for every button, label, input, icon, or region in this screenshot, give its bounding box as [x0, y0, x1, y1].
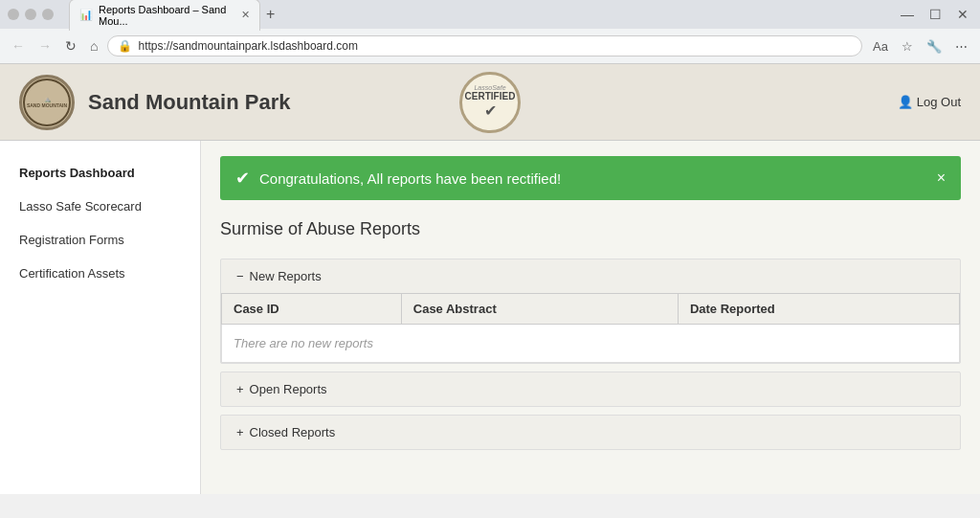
new-tab-button[interactable]: +: [260, 4, 280, 25]
tab-close-button[interactable]: ✕: [241, 9, 250, 21]
forward-button[interactable]: →: [34, 36, 56, 56]
browser-actions: Aa ☆ 🔧 ⋯: [868, 36, 972, 56]
org-logo: ⛰️ SAND MOUNTAIN: [19, 75, 75, 130]
extensions-button[interactable]: 🔧: [922, 36, 947, 56]
close-button[interactable]: [42, 9, 54, 20]
open-reports-label: Open Reports: [250, 382, 327, 396]
tab-favicon: 📊: [79, 9, 93, 21]
open-reports-toggle: +: [236, 382, 244, 396]
lasso-safe-badge: LassoSafe CERTIFIED ✔: [459, 72, 521, 133]
logout-button[interactable]: 👤 Log Out: [898, 95, 961, 109]
back-button[interactable]: ←: [8, 36, 29, 56]
window-restore-button[interactable]: ☐: [925, 5, 946, 24]
address-bar-row: ← → ↻ ⌂ 🔒 https://sandmountainpark.lsdas…: [0, 29, 980, 63]
user-icon: 👤: [898, 95, 913, 109]
sidebar-item-label: Registration Forms: [19, 233, 124, 247]
lock-icon: 🔒: [118, 39, 132, 53]
content-area: ✔ Congratulations, All reports have been…: [201, 141, 980, 494]
org-name: Sand Mountain Park: [88, 90, 290, 115]
new-reports-header[interactable]: − New Reports: [221, 259, 960, 293]
browser-tab[interactable]: 📊 Reports Dashboard – Sand Mou... ✕: [69, 0, 260, 31]
sidebar-item-registration[interactable]: Registration Forms: [0, 223, 200, 257]
col-date-reported: Date Reported: [678, 294, 959, 325]
settings-button[interactable]: ⋯: [950, 36, 972, 56]
reports-table: Case ID Case Abstract Date Reported Ther…: [221, 293, 960, 363]
window-close-button[interactable]: ✕: [953, 5, 972, 24]
new-reports-body: Case ID Case Abstract Date Reported Ther…: [221, 293, 960, 363]
new-reports-toggle: −: [236, 269, 244, 283]
new-reports-label: New Reports: [250, 269, 322, 283]
new-reports-section: − New Reports Case ID Case Abstract Date…: [220, 259, 961, 364]
notification-close-button[interactable]: ×: [937, 170, 946, 186]
closed-reports-header[interactable]: + Closed Reports: [221, 416, 960, 449]
header-center: LassoSafe CERTIFIED ✔: [459, 72, 521, 133]
table-header-row: Case ID Case Abstract Date Reported: [222, 294, 960, 325]
closed-reports-label: Closed Reports: [250, 425, 336, 439]
page-title: Surmise of Abuse Reports: [220, 219, 961, 239]
logo-inner: ⛰️ SAND MOUNTAIN: [23, 79, 71, 126]
sidebar-item-lasso-safe[interactable]: Lasso Safe Scorecard: [0, 190, 200, 223]
bookmark-button[interactable]: ☆: [897, 36, 918, 56]
logout-label: Log Out: [917, 95, 961, 109]
home-button[interactable]: ⌂: [86, 36, 101, 56]
sidebar-item-reports-dashboard[interactable]: Reports Dashboard: [0, 156, 200, 190]
table-row: There are no new reports: [222, 325, 960, 363]
col-case-abstract: Case Abstract: [401, 294, 678, 325]
browser-titlebar: 📊 Reports Dashboard – Sand Mou... ✕ + — …: [0, 0, 980, 29]
notification-text: ✔ Congratulations, All reports have been…: [235, 168, 561, 189]
header-right: 👤 Log Out: [898, 95, 961, 109]
app-header: ⛰️ SAND MOUNTAIN Sand Mountain Park Lass…: [0, 64, 980, 141]
notification-banner: ✔ Congratulations, All reports have been…: [220, 156, 961, 200]
window-minimize-button[interactable]: —: [897, 5, 918, 24]
address-bar[interactable]: 🔒 https://sandmountainpark.lsdashboard.c…: [107, 35, 862, 56]
browser-chrome: 📊 Reports Dashboard – Sand Mou... ✕ + — …: [0, 0, 980, 64]
open-reports-header[interactable]: + Open Reports: [221, 372, 960, 406]
notification-message: Congratulations, All reports have been r…: [259, 170, 561, 187]
closed-reports-section: + Closed Reports: [220, 415, 961, 450]
url-text: https://sandmountainpark.lsdashboard.com: [138, 39, 357, 53]
window-controls: [8, 9, 54, 20]
open-reports-section: + Open Reports: [220, 372, 961, 407]
checkmark-icon: ✔: [235, 168, 250, 189]
badge-certified: CERTIFIED: [465, 91, 516, 101]
sidebar-item-certification[interactable]: Certification Assets: [0, 257, 200, 290]
empty-message: There are no new reports: [222, 325, 960, 363]
closed-reports-toggle: +: [236, 425, 244, 439]
reload-button[interactable]: ↻: [61, 36, 80, 56]
main-area: Reports Dashboard Lasso Safe Scorecard R…: [0, 141, 980, 494]
tab-title: Reports Dashboard – Sand Mou...: [99, 4, 235, 27]
sidebar-item-label: Lasso Safe Scorecard: [19, 199, 142, 214]
header-logo: ⛰️ SAND MOUNTAIN Sand Mountain Park: [19, 75, 290, 130]
col-case-id: Case ID: [222, 294, 402, 325]
badge-title: LassoSafe: [474, 84, 505, 91]
minimize-button[interactable]: [8, 9, 19, 20]
maximize-button[interactable]: [25, 9, 36, 20]
reader-mode-button[interactable]: Aa: [868, 36, 893, 56]
app-container: ⛰️ SAND MOUNTAIN Sand Mountain Park Lass…: [0, 64, 980, 494]
sidebar: Reports Dashboard Lasso Safe Scorecard R…: [0, 141, 201, 494]
sidebar-item-label: Certification Assets: [19, 266, 125, 281]
sidebar-item-label: Reports Dashboard: [19, 166, 135, 180]
